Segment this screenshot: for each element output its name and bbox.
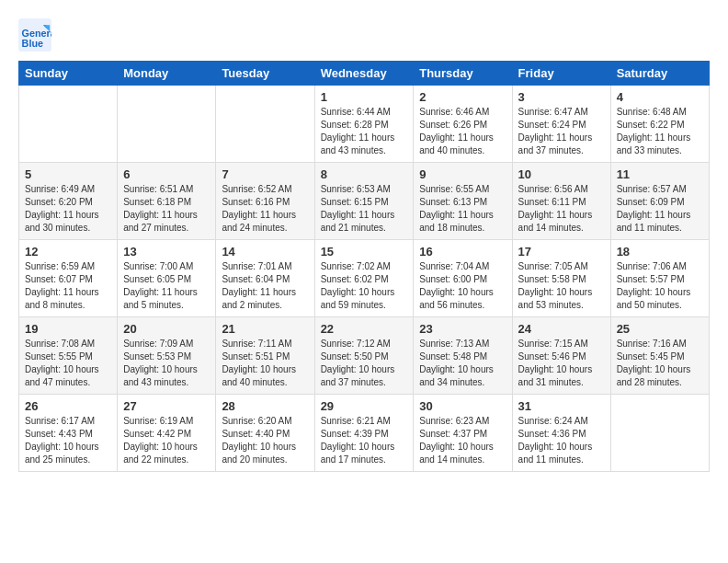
day-number: 9 <box>419 167 506 181</box>
svg-text:Blue: Blue <box>22 38 43 49</box>
day-info: Sunrise: 6:52 AM Sunset: 6:16 PM Dayligh… <box>222 183 308 235</box>
day-info: Sunrise: 6:24 AM Sunset: 4:36 PM Dayligh… <box>518 415 605 466</box>
day-info: Sunrise: 7:06 AM Sunset: 5:57 PM Dayligh… <box>617 260 703 312</box>
day-info: Sunrise: 7:04 AM Sunset: 6:00 PM Dayligh… <box>419 260 506 312</box>
calendar-cell: 20Sunrise: 7:09 AM Sunset: 5:53 PM Dayli… <box>118 317 216 395</box>
calendar-cell: 17Sunrise: 7:05 AM Sunset: 5:58 PM Dayli… <box>512 240 610 317</box>
day-number: 26 <box>25 399 111 413</box>
day-number: 11 <box>617 167 703 181</box>
day-info: Sunrise: 7:01 AM Sunset: 6:04 PM Dayligh… <box>222 260 308 312</box>
day-info: Sunrise: 7:00 AM Sunset: 6:05 PM Dayligh… <box>123 260 210 312</box>
day-number: 10 <box>518 167 605 181</box>
day-number: 16 <box>419 245 506 259</box>
day-info: Sunrise: 6:49 AM Sunset: 6:20 PM Dayligh… <box>25 183 111 235</box>
day-number: 28 <box>222 399 308 413</box>
day-number: 14 <box>222 245 308 259</box>
day-info: Sunrise: 7:08 AM Sunset: 5:55 PM Dayligh… <box>25 338 111 389</box>
logo-icon: General Blue <box>18 18 51 52</box>
day-number: 29 <box>321 399 408 413</box>
calendar-cell: 18Sunrise: 7:06 AM Sunset: 5:57 PM Dayli… <box>610 240 709 317</box>
calendar-cell: 19Sunrise: 7:08 AM Sunset: 5:55 PM Dayli… <box>19 317 118 395</box>
day-info: Sunrise: 6:57 AM Sunset: 6:09 PM Dayligh… <box>617 183 703 235</box>
calendar-week-row: 1Sunrise: 6:44 AM Sunset: 6:28 PM Daylig… <box>19 86 710 163</box>
day-number: 4 <box>617 90 703 104</box>
calendar-cell: 31Sunrise: 6:24 AM Sunset: 4:36 PM Dayli… <box>512 395 610 472</box>
day-info: Sunrise: 7:11 AM Sunset: 5:51 PM Dayligh… <box>222 338 308 389</box>
day-number: 13 <box>123 245 210 259</box>
calendar-cell: 21Sunrise: 7:11 AM Sunset: 5:51 PM Dayli… <box>216 317 314 395</box>
calendar-cell: 24Sunrise: 7:15 AM Sunset: 5:46 PM Dayli… <box>512 317 610 395</box>
day-number: 19 <box>25 322 111 336</box>
calendar-week-row: 26Sunrise: 6:17 AM Sunset: 4:43 PM Dayli… <box>19 395 710 472</box>
day-number: 17 <box>518 245 605 259</box>
day-number: 15 <box>321 245 408 259</box>
logo: General Blue <box>18 18 55 52</box>
day-info: Sunrise: 6:23 AM Sunset: 4:37 PM Dayligh… <box>419 415 506 466</box>
calendar-cell: 30Sunrise: 6:23 AM Sunset: 4:37 PM Dayli… <box>414 395 512 472</box>
calendar-cell: 12Sunrise: 6:59 AM Sunset: 6:07 PM Dayli… <box>19 240 118 317</box>
day-number: 7 <box>222 167 308 181</box>
day-info: Sunrise: 7:15 AM Sunset: 5:46 PM Dayligh… <box>518 338 605 389</box>
calendar-cell: 13Sunrise: 7:00 AM Sunset: 6:05 PM Dayli… <box>118 240 216 317</box>
day-number: 30 <box>419 399 506 413</box>
day-number: 8 <box>321 167 408 181</box>
day-number: 18 <box>617 245 703 259</box>
day-info: Sunrise: 6:46 AM Sunset: 6:26 PM Dayligh… <box>419 106 506 157</box>
day-info: Sunrise: 6:51 AM Sunset: 6:18 PM Dayligh… <box>123 183 210 235</box>
calendar-cell: 14Sunrise: 7:01 AM Sunset: 6:04 PM Dayli… <box>216 240 314 317</box>
day-number: 5 <box>25 167 111 181</box>
day-info: Sunrise: 7:02 AM Sunset: 6:02 PM Dayligh… <box>321 260 408 312</box>
day-info: Sunrise: 6:47 AM Sunset: 6:24 PM Dayligh… <box>518 106 605 157</box>
weekday-header-thursday: Thursday <box>414 62 512 86</box>
weekday-header-monday: Monday <box>118 62 216 86</box>
day-number: 3 <box>518 90 605 104</box>
day-number: 6 <box>123 167 210 181</box>
calendar-cell: 9Sunrise: 6:55 AM Sunset: 6:13 PM Daylig… <box>414 163 512 240</box>
day-number: 1 <box>321 90 408 104</box>
calendar-week-row: 5Sunrise: 6:49 AM Sunset: 6:20 PM Daylig… <box>19 163 710 240</box>
calendar-week-row: 12Sunrise: 6:59 AM Sunset: 6:07 PM Dayli… <box>19 240 710 317</box>
calendar-cell: 26Sunrise: 6:17 AM Sunset: 4:43 PM Dayli… <box>19 395 118 472</box>
calendar-cell: 10Sunrise: 6:56 AM Sunset: 6:11 PM Dayli… <box>512 163 610 240</box>
day-info: Sunrise: 6:21 AM Sunset: 4:39 PM Dayligh… <box>321 415 408 466</box>
calendar-cell <box>118 86 216 163</box>
weekday-header-sunday: Sunday <box>19 62 118 86</box>
calendar-cell: 6Sunrise: 6:51 AM Sunset: 6:18 PM Daylig… <box>118 163 216 240</box>
day-info: Sunrise: 7:12 AM Sunset: 5:50 PM Dayligh… <box>321 338 408 389</box>
day-info: Sunrise: 7:09 AM Sunset: 5:53 PM Dayligh… <box>123 338 210 389</box>
calendar-cell: 15Sunrise: 7:02 AM Sunset: 6:02 PM Dayli… <box>314 240 414 317</box>
day-info: Sunrise: 6:55 AM Sunset: 6:13 PM Dayligh… <box>419 183 506 235</box>
day-number: 20 <box>123 322 210 336</box>
calendar-cell: 2Sunrise: 6:46 AM Sunset: 6:26 PM Daylig… <box>414 86 512 163</box>
day-number: 22 <box>321 322 408 336</box>
day-info: Sunrise: 6:59 AM Sunset: 6:07 PM Dayligh… <box>25 260 111 312</box>
calendar-table: SundayMondayTuesdayWednesdayThursdayFrid… <box>18 61 710 472</box>
calendar-cell: 5Sunrise: 6:49 AM Sunset: 6:20 PM Daylig… <box>19 163 118 240</box>
calendar-cell: 7Sunrise: 6:52 AM Sunset: 6:16 PM Daylig… <box>216 163 314 240</box>
weekday-header-saturday: Saturday <box>610 62 709 86</box>
calendar-cell: 4Sunrise: 6:48 AM Sunset: 6:22 PM Daylig… <box>610 86 709 163</box>
calendar-cell: 22Sunrise: 7:12 AM Sunset: 5:50 PM Dayli… <box>314 317 414 395</box>
calendar-cell: 3Sunrise: 6:47 AM Sunset: 6:24 PM Daylig… <box>512 86 610 163</box>
day-info: Sunrise: 6:20 AM Sunset: 4:40 PM Dayligh… <box>222 415 308 466</box>
header: General Blue <box>18 18 710 52</box>
day-info: Sunrise: 6:56 AM Sunset: 6:11 PM Dayligh… <box>518 183 605 235</box>
calendar-cell <box>216 86 314 163</box>
calendar-header-row: SundayMondayTuesdayWednesdayThursdayFrid… <box>19 62 710 86</box>
day-number: 2 <box>419 90 506 104</box>
day-info: Sunrise: 6:44 AM Sunset: 6:28 PM Dayligh… <box>321 106 408 157</box>
calendar-week-row: 19Sunrise: 7:08 AM Sunset: 5:55 PM Dayli… <box>19 317 710 395</box>
calendar-cell: 29Sunrise: 6:21 AM Sunset: 4:39 PM Dayli… <box>314 395 414 472</box>
day-info: Sunrise: 6:17 AM Sunset: 4:43 PM Dayligh… <box>25 415 111 466</box>
calendar-cell: 11Sunrise: 6:57 AM Sunset: 6:09 PM Dayli… <box>610 163 709 240</box>
day-number: 21 <box>222 322 308 336</box>
day-info: Sunrise: 7:05 AM Sunset: 5:58 PM Dayligh… <box>518 260 605 312</box>
weekday-header-tuesday: Tuesday <box>216 62 314 86</box>
day-number: 23 <box>419 322 506 336</box>
calendar-cell: 1Sunrise: 6:44 AM Sunset: 6:28 PM Daylig… <box>314 86 414 163</box>
calendar-cell: 8Sunrise: 6:53 AM Sunset: 6:15 PM Daylig… <box>314 163 414 240</box>
day-number: 27 <box>123 399 210 413</box>
calendar-cell: 27Sunrise: 6:19 AM Sunset: 4:42 PM Dayli… <box>118 395 216 472</box>
calendar-cell: 16Sunrise: 7:04 AM Sunset: 6:00 PM Dayli… <box>414 240 512 317</box>
calendar-cell: 23Sunrise: 7:13 AM Sunset: 5:48 PM Dayli… <box>414 317 512 395</box>
